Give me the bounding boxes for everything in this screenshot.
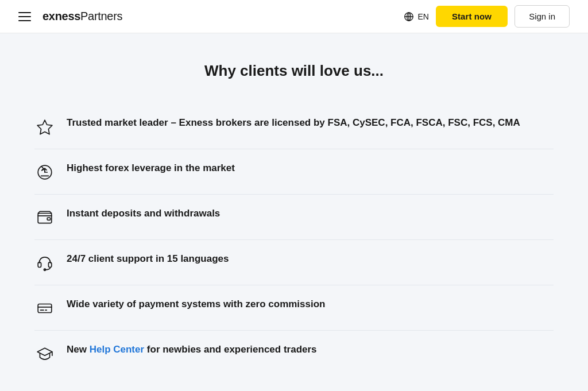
list-item: New Help Center for newbies and experien… [34,331,554,375]
graduation-icon [34,343,55,364]
list-item: Instant deposits and withdrawals [34,195,554,240]
list-item: Trusted market leader – Exness brokers a… [34,104,554,149]
list-item: Wide variety of payment systems with zer… [34,285,554,331]
list-item: Highest forex leverage in the market [34,149,554,195]
hamburger-menu[interactable] [18,12,31,21]
nav-left: exnessPartners [18,10,122,23]
language-selector[interactable]: EN [404,11,428,22]
headset-icon [34,253,55,273]
feature-text-helpcenter: New Help Center for newbies and experien… [67,342,317,357]
svg-marker-4 [37,120,52,134]
features-list: Trusted market leader – Exness brokers a… [34,104,554,375]
start-now-button[interactable]: Start now [436,6,508,27]
leverage-icon [34,162,55,183]
feature-text-deposits: Instant deposits and withdrawals [67,206,220,221]
nav-right: EN Start now Sign in [404,5,570,28]
main-content: Why clients will love us... Trusted mark… [0,33,588,391]
section-title: Why clients will love us... [34,62,554,80]
feature-text-support: 24/7 client support in 15 languages [67,251,229,266]
wallet-icon [34,207,55,228]
logo: exnessPartners [42,10,122,23]
list-item: 24/7 client support in 15 languages [34,240,554,285]
feature-text-payment: Wide variety of payment systems with zer… [67,297,325,312]
logo-partners: Partners [80,10,122,23]
svg-rect-11 [47,218,50,220]
globe-icon [404,11,414,22]
sign-in-button[interactable]: Sign in [514,5,570,28]
svg-rect-10 [38,214,52,223]
star-icon [34,117,55,137]
logo-exness: exness [42,10,80,23]
feature-text-trusted: Trusted market leader – Exness brokers a… [67,115,520,130]
svg-rect-15 [38,304,52,313]
card-icon [34,298,55,319]
navbar: exnessPartners EN Start now Sign in [0,0,588,33]
feature-text-leverage: Highest forex leverage in the market [67,161,235,176]
help-center-link[interactable]: Help Center [90,344,144,355]
lang-code: EN [417,12,428,21]
